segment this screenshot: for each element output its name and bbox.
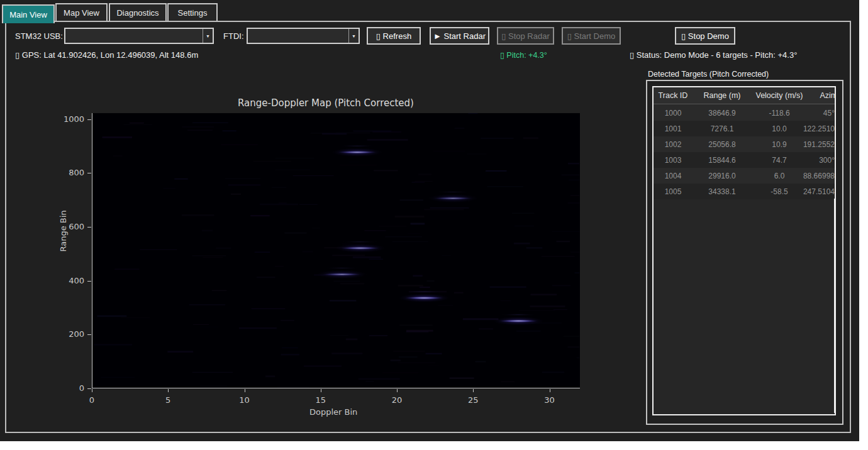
x-tick-label: 15: [315, 395, 326, 405]
y-tick-label: 1000: [57, 114, 84, 124]
cell-track-id: 1000: [654, 109, 693, 118]
cell-azimuth: 45°: [823, 109, 835, 118]
tab-main-view[interactable]: Main View: [2, 4, 55, 23]
stm32-usb-combo[interactable]: ▼: [64, 28, 214, 44]
refresh-button[interactable]: ▯ Refresh: [367, 27, 421, 45]
x-tick-label: 20: [392, 395, 403, 405]
x-tick-mark: [321, 389, 321, 392]
table-row[interactable]: 100038646.9-118.645°: [654, 105, 835, 121]
x-tick-label: 5: [165, 395, 170, 405]
x-tick-label: 30: [544, 395, 555, 405]
table-row[interactable]: 100429916.06.088.66998: [654, 168, 835, 184]
table-row[interactable]: 100315844.674.7300°: [654, 152, 835, 168]
cell-track-id: 1005: [654, 187, 693, 196]
column-header-range-m[interactable]: Range (m): [693, 91, 752, 100]
x-tick-mark: [168, 389, 169, 392]
cell-track-id: 1004: [654, 172, 693, 180]
table-row[interactable]: 100534338.1-58.5247.5104: [654, 184, 835, 199]
x-tick-mark: [473, 389, 474, 392]
y-tick-mark: [87, 173, 91, 173]
pitch-indicator: ▯ Pitch: +4.3°: [500, 50, 547, 60]
x-tick-mark: [550, 389, 550, 392]
x-tick-label: 10: [239, 395, 250, 405]
stop-radar-button[interactable]: ▯ Stop Radar: [497, 27, 554, 45]
y-tick-mark: [87, 334, 91, 335]
cell-azimuth: 122.2510: [803, 124, 835, 133]
targets-table-header: Track IDRange (m)Velocity (m/s)Azimuth: [654, 87, 835, 104]
y-tick-label: 0: [57, 383, 84, 393]
y-tick-mark: [87, 281, 91, 282]
tab-diagnostics[interactable]: Diagnostics: [109, 3, 167, 21]
x-tick-mark: [92, 389, 92, 392]
table-row[interactable]: 100225056.810.9191.2552: [654, 136, 835, 152]
cell-velocity: 10.9: [752, 140, 807, 149]
demo-status-text: ▯ Status: Demo Mode - 6 targets - Pitch:…: [630, 50, 797, 60]
x-tick-mark: [245, 389, 245, 392]
targets-table[interactable]: Track IDRange (m)Velocity (m/s)Azimuth 1…: [652, 86, 836, 415]
cell-range: 34338.1: [693, 187, 752, 196]
cell-azimuth: 191.2552: [803, 140, 835, 149]
cell-velocity: 10.0: [752, 124, 807, 133]
ftdi-combo[interactable]: ▼: [247, 28, 360, 44]
table-scrollbar[interactable]: [834, 199, 835, 413]
y-tick-mark: [87, 227, 91, 228]
y-tick-label: 600: [57, 222, 84, 231]
column-header-azimuth[interactable]: Azimuth: [807, 91, 835, 100]
column-header-velocity-m-s[interactable]: Velocity (m/s): [752, 91, 807, 100]
cell-azimuth: 300°: [819, 156, 835, 165]
cell-azimuth: 247.5104: [803, 187, 835, 196]
cell-track-id: 1001: [654, 124, 693, 133]
cell-track-id: 1002: [654, 140, 693, 149]
y-tick-label: 800: [57, 168, 84, 177]
chart-xlabel: Doppler Bin: [309, 407, 357, 417]
chart-title: Range-Doppler Map (Pitch Corrected): [238, 97, 414, 109]
cell-velocity: -118.6: [752, 109, 807, 118]
cell-track-id: 1003: [654, 156, 693, 165]
app-window: Main ViewMap ViewDiagnosticsSettings STM…: [0, 0, 859, 441]
x-tick-label: 25: [468, 395, 479, 405]
cell-azimuth: 88.66998: [803, 172, 835, 180]
start-radar-button[interactable]: ► Start Radar: [430, 27, 489, 45]
heatmap-canvas: [92, 113, 579, 387]
range-doppler-heatmap[interactable]: [92, 113, 580, 388]
cell-velocity: -58.5: [752, 187, 807, 196]
chevron-down-icon[interactable]: ▼: [203, 29, 213, 43]
cell-range: 15844.6: [693, 156, 752, 165]
tab-settings[interactable]: Settings: [167, 3, 218, 21]
chevron-down-icon[interactable]: ▼: [348, 29, 359, 43]
cell-range: 29916.0: [693, 172, 752, 180]
cell-range: 7276.1: [693, 124, 752, 133]
y-tick-label: 400: [57, 276, 84, 285]
x-tick-label: 0: [89, 395, 94, 405]
table-row[interactable]: 10017276.110.0122.2510: [654, 121, 835, 136]
cell-range: 25056.8: [693, 140, 752, 149]
y-tick-mark: [87, 388, 91, 389]
column-header-track-id[interactable]: Track ID: [654, 91, 693, 100]
start-demo-button[interactable]: ▯ Start Demo: [562, 27, 621, 45]
cell-velocity: 74.7: [752, 156, 807, 165]
gps-status-text: ▯ GPS: Lat 41.902426, Lon 12.496039, Alt…: [15, 50, 198, 60]
stop-demo-button[interactable]: ▯ Stop Demo: [675, 27, 735, 45]
targets-panel-title: Detected Targets (Pitch Corrected): [648, 70, 769, 79]
y-tick-label: 200: [57, 329, 84, 339]
cell-velocity: 6.0: [752, 172, 807, 180]
x-tick-mark: [397, 389, 398, 392]
y-tick-mark: [87, 119, 91, 120]
tab-map-view[interactable]: Map View: [55, 3, 108, 21]
cell-range: 38646.9: [693, 109, 752, 118]
